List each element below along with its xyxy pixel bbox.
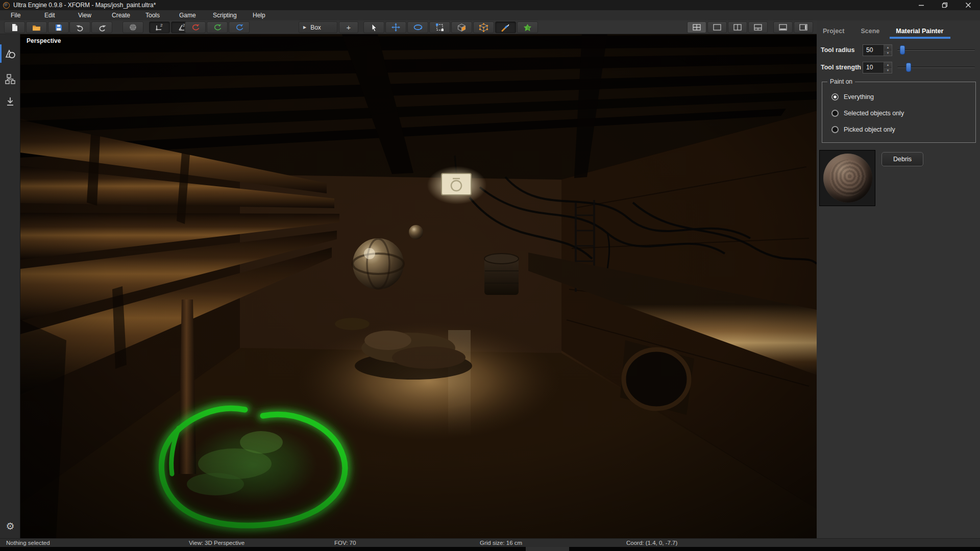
close-icon	[965, 2, 971, 8]
rotate-z-button[interactable]	[229, 21, 250, 33]
rotate-x-button[interactable]	[185, 21, 206, 33]
tool-radius-spin-up[interactable]: ▲	[884, 45, 892, 50]
menu-scripting[interactable]: Scripting	[209, 11, 242, 20]
svg-text:2: 2	[160, 23, 163, 28]
minimize-button[interactable]	[910, 0, 933, 10]
face-select-button[interactable]	[451, 21, 472, 33]
radio-selected-objects-label: Selected objects only	[844, 110, 904, 117]
tab-material-painter[interactable]: Material Painter	[896, 28, 943, 39]
primitive-dropdown-value: Box	[310, 24, 321, 31]
environment-button[interactable]	[122, 21, 143, 33]
tool-radius-slider-handle[interactable]	[900, 45, 905, 55]
material-debris-button[interactable]: Debris	[881, 152, 923, 166]
bottom-edge	[0, 547, 980, 551]
sidebar-item-import[interactable]	[0, 91, 20, 112]
paint-on-group: Paint on Everything Selected objects onl…	[822, 82, 976, 143]
radio-picked-object-label: Picked object only	[844, 126, 895, 133]
menu-game[interactable]: Game	[176, 11, 202, 20]
apply-material-button[interactable]	[517, 21, 538, 33]
scene-vignette	[20, 34, 817, 538]
redo-button[interactable]	[91, 21, 112, 33]
layout-vsplit-button[interactable]	[728, 21, 747, 33]
bottom-panel-icon	[779, 24, 787, 31]
radio-selected-objects[interactable]	[831, 110, 839, 117]
layout-quad-button[interactable]	[687, 21, 706, 33]
layout-single-button[interactable]	[707, 21, 727, 33]
rotate-x-icon	[191, 23, 200, 31]
primitive-dropdown[interactable]: ▶ Box	[299, 21, 337, 33]
add-primitive-button[interactable]: +	[339, 21, 358, 33]
tool-strength-input[interactable]	[863, 62, 884, 73]
tool-strength-slider-handle[interactable]	[906, 63, 911, 72]
status-coord: Coord: (1.4, 0, -7.7)	[626, 540, 677, 546]
titlebar: Ultra Engine 0.9.8 - XFORM - Maps/josh_p…	[0, 0, 980, 10]
material-sphere-preview	[823, 154, 872, 203]
tool-strength-label: Tool strength	[821, 64, 863, 71]
vertex-select-button[interactable]	[473, 21, 494, 33]
radio-picked-object[interactable]	[831, 126, 839, 133]
paint-on-everything[interactable]: Everything	[831, 93, 975, 101]
material-splat-icon	[523, 23, 532, 32]
plus-icon: +	[347, 23, 351, 32]
sidebar-item-settings[interactable]: ⚙	[0, 516, 20, 536]
tab-scene[interactable]: Scene	[861, 28, 879, 39]
menubar: File Edit View Create Tools Game Scripti…	[0, 10, 980, 20]
open-file-button[interactable]	[26, 21, 47, 33]
menu-view[interactable]: View	[75, 11, 101, 20]
menu-edit[interactable]: Edit	[41, 11, 67, 20]
rotate-y-button[interactable]	[207, 21, 228, 33]
select-tool-button[interactable]	[363, 21, 384, 33]
globe-icon	[129, 23, 137, 31]
tool-radius-input[interactable]	[863, 45, 884, 56]
scale-tool-button[interactable]	[429, 21, 450, 33]
tool-strength-slider[interactable]	[897, 63, 976, 72]
layout-vsplit-icon	[733, 24, 742, 31]
sidebar-item-objects[interactable]	[0, 43, 20, 64]
tool-strength-spin-down[interactable]: ▼	[884, 67, 892, 73]
save-button[interactable]	[48, 21, 69, 33]
paint-brush-icon	[501, 23, 510, 32]
left-sidebar: ⚙	[0, 34, 20, 538]
radio-everything[interactable]	[831, 93, 839, 101]
toggle-right-panel-button[interactable]	[794, 21, 813, 33]
paint-on-picked[interactable]: Picked object only	[831, 126, 975, 133]
menu-help[interactable]: Help	[249, 11, 276, 20]
tool-radius-label: Tool radius	[821, 46, 863, 54]
undo-button[interactable]	[69, 21, 90, 33]
layout-single-icon	[713, 24, 721, 31]
layout-hsplit-button[interactable]	[748, 21, 768, 33]
scene-render	[20, 34, 817, 538]
menu-create[interactable]: Create	[108, 11, 135, 20]
material-paint-tool-button[interactable]	[495, 21, 516, 33]
rotate-tool-button[interactable]	[407, 21, 428, 33]
tab-project[interactable]: Project	[823, 28, 844, 39]
window-title: Ultra Engine 0.9.8 - XFORM - Maps/josh_p…	[13, 2, 156, 9]
tool-radius-spin-down[interactable]: ▼	[884, 50, 892, 56]
menu-tools[interactable]: Tools	[142, 11, 168, 20]
hierarchy-icon	[5, 73, 16, 85]
ultra-engine-window: Ultra Engine 0.9.8 - XFORM - Maps/josh_p…	[0, 0, 980, 551]
toggle-bottom-panel-button[interactable]	[773, 21, 793, 33]
move-tool-button[interactable]	[385, 21, 406, 33]
material-thumbnail[interactable]	[819, 150, 875, 206]
restore-icon	[942, 2, 948, 8]
sidebar-item-hierarchy[interactable]	[0, 69, 20, 89]
move-tool-icon	[391, 23, 400, 32]
new-file-button[interactable]	[4, 21, 25, 33]
restore-button[interactable]	[933, 0, 957, 10]
grid-snap-toggle[interactable]: 2	[149, 21, 170, 33]
status-selection: Nothing selected	[6, 540, 50, 546]
close-button[interactable]	[957, 0, 980, 10]
layout-hsplit-icon	[754, 24, 762, 31]
paint-on-selected[interactable]: Selected objects only	[831, 110, 975, 117]
vertex-select-cube-icon	[479, 23, 488, 32]
tool-radius-spinbox: ▲ ▼	[863, 44, 892, 56]
tool-strength-spinbox: ▲ ▼	[863, 62, 892, 73]
tool-strength-spin-up[interactable]: ▲	[884, 62, 892, 67]
viewport-3d[interactable]: Perspective	[20, 34, 817, 538]
open-folder-icon	[32, 24, 41, 31]
menu-file[interactable]: File	[7, 11, 34, 20]
tool-radius-row: Tool radius ▲ ▼	[821, 44, 976, 56]
panel-tabs: Project Scene Material Painter	[817, 20, 980, 39]
tool-radius-slider[interactable]	[897, 45, 976, 55]
